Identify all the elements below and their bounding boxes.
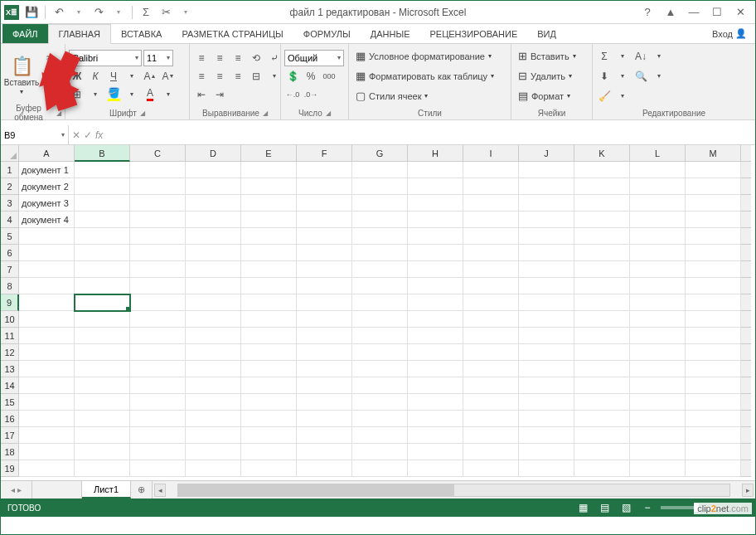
align-bottom-button[interactable]: ≡ bbox=[230, 50, 246, 66]
cell[interactable] bbox=[686, 394, 741, 411]
percent-button[interactable]: % bbox=[303, 68, 319, 85]
row-header[interactable]: 13 bbox=[1, 361, 19, 377]
merge-button[interactable]: ⊟ bbox=[248, 68, 264, 85]
cell[interactable] bbox=[408, 460, 463, 477]
cell[interactable] bbox=[519, 311, 574, 328]
font-color-dropdown[interactable]: ▾ bbox=[160, 86, 177, 103]
fill-color-button[interactable]: 🪣 bbox=[105, 86, 122, 103]
cell[interactable] bbox=[75, 361, 130, 377]
cell[interactable] bbox=[519, 394, 574, 411]
row-header[interactable]: 15 bbox=[1, 394, 19, 411]
cell[interactable] bbox=[19, 411, 75, 427]
cell[interactable] bbox=[130, 278, 186, 294]
number-format-combo[interactable]: Общий▾ bbox=[284, 50, 344, 66]
font-size-combo[interactable]: 11▾ bbox=[143, 50, 173, 66]
cell[interactable] bbox=[519, 178, 574, 195]
cell[interactable]: документ 2 bbox=[19, 178, 75, 195]
cell[interactable] bbox=[408, 311, 463, 328]
row-header[interactable]: 2 bbox=[1, 178, 19, 195]
cell[interactable] bbox=[630, 427, 686, 444]
cell[interactable] bbox=[297, 294, 352, 311]
formula-input[interactable] bbox=[106, 125, 755, 144]
cell[interactable] bbox=[686, 377, 741, 394]
font-name-combo[interactable]: Calibri▾ bbox=[69, 50, 142, 66]
cell[interactable] bbox=[519, 195, 574, 212]
cell[interactable] bbox=[574, 427, 630, 444]
cell[interactable] bbox=[352, 361, 408, 377]
cell[interactable] bbox=[463, 261, 519, 278]
cell[interactable] bbox=[408, 344, 463, 361]
cell[interactable] bbox=[408, 444, 463, 460]
cell[interactable] bbox=[463, 178, 519, 195]
cell[interactable] bbox=[297, 460, 352, 477]
cell[interactable] bbox=[75, 212, 130, 228]
worksheet-grid[interactable]: ABCDEFGHIJKLM1документ 12документ 23доку… bbox=[1, 145, 755, 480]
borders-button[interactable]: ⊞ bbox=[69, 86, 85, 103]
cell[interactable] bbox=[686, 311, 741, 328]
tab-review[interactable]: РЕЦЕНЗИРОВАНИЕ bbox=[419, 24, 527, 43]
cell[interactable] bbox=[297, 377, 352, 394]
cell[interactable] bbox=[186, 311, 241, 328]
cell[interactable] bbox=[75, 344, 130, 361]
cell[interactable] bbox=[630, 212, 686, 228]
maximize-button[interactable]: ☐ bbox=[707, 4, 727, 21]
cell[interactable] bbox=[130, 228, 186, 245]
redo-button[interactable]: ↷ bbox=[90, 3, 108, 22]
shrink-font-button[interactable]: A▼ bbox=[160, 68, 177, 85]
sort-filter-button[interactable]: A↓ bbox=[632, 48, 649, 65]
signin-link[interactable]: Вход 👤 bbox=[704, 24, 755, 43]
cell[interactable] bbox=[186, 344, 241, 361]
cell[interactable] bbox=[186, 162, 241, 178]
column-header[interactable]: D bbox=[186, 145, 241, 162]
cell[interactable] bbox=[241, 394, 297, 411]
format-cells-button[interactable]: ▤Формат▾ bbox=[515, 88, 589, 105]
cell[interactable] bbox=[463, 212, 519, 228]
tab-view[interactable]: ВИД bbox=[527, 24, 566, 43]
cell[interactable] bbox=[352, 344, 408, 361]
cell[interactable] bbox=[241, 344, 297, 361]
cell[interactable] bbox=[686, 178, 741, 195]
cell[interactable] bbox=[630, 195, 686, 212]
cell[interactable] bbox=[574, 162, 630, 178]
merge-dropdown[interactable]: ▾ bbox=[266, 68, 283, 85]
cell[interactable] bbox=[130, 195, 186, 212]
undo-dropdown[interactable]: ▾ bbox=[70, 3, 88, 22]
cell[interactable] bbox=[408, 411, 463, 427]
cell[interactable] bbox=[630, 162, 686, 178]
autosum-ribbon-button[interactable]: Σ bbox=[596, 48, 613, 65]
cell[interactable] bbox=[130, 361, 186, 377]
page-layout-view-button[interactable]: ▤ bbox=[596, 501, 613, 514]
enter-formula-button[interactable]: ✓ bbox=[84, 129, 92, 141]
sort-dropdown[interactable]: ▾ bbox=[651, 48, 667, 65]
cell[interactable] bbox=[75, 294, 130, 311]
find-select-button[interactable]: 🔍 bbox=[632, 68, 649, 85]
cell[interactable] bbox=[519, 261, 574, 278]
column-header[interactable]: E bbox=[241, 145, 297, 162]
cell[interactable] bbox=[352, 245, 408, 261]
cell[interactable] bbox=[686, 344, 741, 361]
cell[interactable] bbox=[130, 377, 186, 394]
cell[interactable] bbox=[408, 328, 463, 344]
row-header[interactable]: 12 bbox=[1, 344, 19, 361]
cell[interactable] bbox=[574, 245, 630, 261]
cell[interactable] bbox=[130, 311, 186, 328]
cell[interactable] bbox=[241, 311, 297, 328]
horizontal-scrollbar[interactable] bbox=[177, 484, 730, 497]
column-header[interactable]: B bbox=[75, 145, 130, 162]
cell[interactable]: документ 3 bbox=[19, 195, 75, 212]
align-top-button[interactable]: ≡ bbox=[193, 50, 210, 66]
fx-button[interactable]: fx bbox=[95, 129, 103, 141]
cell[interactable] bbox=[630, 261, 686, 278]
cell[interactable] bbox=[352, 212, 408, 228]
decrease-indent-button[interactable]: ⇤ bbox=[193, 86, 210, 103]
cell[interactable] bbox=[463, 377, 519, 394]
row-header[interactable]: 5 bbox=[1, 228, 19, 245]
cell[interactable] bbox=[519, 278, 574, 294]
qat-customize[interactable]: ▾ bbox=[177, 3, 195, 22]
name-box[interactable]: B9▾ bbox=[1, 125, 69, 144]
orientation-button[interactable]: ⟲ bbox=[248, 50, 264, 66]
cell[interactable] bbox=[75, 427, 130, 444]
normal-view-button[interactable]: ▦ bbox=[574, 501, 591, 514]
cell[interactable] bbox=[574, 460, 630, 477]
add-sheet-button[interactable]: ⊕ bbox=[131, 481, 153, 499]
